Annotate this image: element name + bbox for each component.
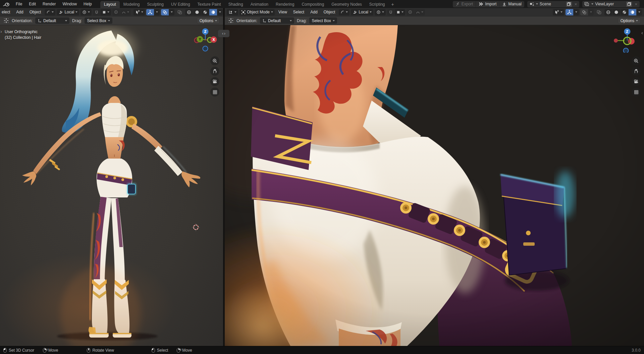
shading-wireframe-button[interactable]	[604, 9, 612, 15]
scene-name[interactable]: Scene	[540, 2, 565, 6]
object-visibility-dropdown[interactable]	[133, 9, 145, 15]
proportional-falloff-dropdown[interactable]	[120, 9, 131, 15]
remove-viewlayer-button[interactable]: ×	[634, 2, 638, 7]
menu-help[interactable]: Help	[80, 0, 95, 8]
menu-add[interactable]: Add	[14, 10, 25, 14]
snap-settings-dropdown[interactable]	[101, 9, 111, 15]
pivot-point-dropdown[interactable]	[80, 9, 92, 15]
shading-rendered-button[interactable]	[209, 9, 217, 15]
menu-object[interactable]: Object	[27, 10, 44, 14]
orthographic-toggle-button[interactable]	[210, 87, 219, 97]
transform-orientation-dropdown[interactable]: Local	[57, 9, 79, 15]
tool-drag-dropdown[interactable]: Select Box	[85, 17, 112, 24]
menu-select-cropped[interactable]: elect	[0, 10, 12, 14]
menu-window[interactable]: Window	[59, 0, 80, 8]
tool-orientation-dropdown[interactable]: Default	[260, 17, 294, 24]
tab-animation[interactable]: Animation	[247, 1, 272, 8]
navigation-gizmo[interactable]: Z Y X	[193, 27, 218, 53]
shading-settings-dropdown[interactable]	[637, 9, 642, 15]
tab-sculpting[interactable]: Sculpting	[144, 1, 167, 8]
tab-compositing[interactable]: Compositing	[298, 1, 328, 8]
menu-object[interactable]: Object	[321, 10, 338, 14]
tab-uv-editing[interactable]: UV Editing	[167, 1, 194, 8]
viewlayer-name[interactable]: ViewLayer	[595, 2, 625, 6]
shading-material-button[interactable]	[621, 9, 628, 15]
zoom-button[interactable]	[632, 56, 641, 65]
export-button[interactable]: Export	[453, 1, 476, 7]
shading-settings-dropdown[interactable]	[217, 9, 223, 15]
snap-toggle[interactable]	[93, 9, 100, 15]
camera-view-button[interactable]	[210, 77, 219, 86]
transform-orientation-dropdown[interactable]: Local	[351, 9, 373, 15]
xray-toggle[interactable]	[176, 9, 184, 15]
tool-drag-dropdown[interactable]: Select Box	[309, 17, 337, 24]
show-gizmo-toggle[interactable]	[566, 9, 573, 15]
camera-view-button[interactable]	[632, 77, 641, 86]
object-visibility-dropdown[interactable]	[553, 9, 564, 15]
menu-add[interactable]: Add	[308, 10, 320, 14]
tab-texture-paint[interactable]: Texture Paint	[194, 1, 225, 8]
snap-settings-dropdown[interactable]	[395, 9, 405, 15]
navigation-gizmo[interactable]: Z	[614, 27, 639, 53]
zoom-button[interactable]	[210, 56, 219, 65]
options-dropdown[interactable]: Options	[618, 17, 641, 24]
viewport-right-canvas[interactable]: Z ‹	[225, 25, 644, 346]
blender-logo-icon[interactable]	[2, 1, 11, 7]
tab-modeling[interactable]: Modeling	[120, 1, 144, 8]
tool-orientation-dropdown[interactable]: Default	[35, 17, 69, 24]
show-overlays-toggle[interactable]	[580, 9, 588, 15]
proportional-editing-toggle[interactable]	[407, 9, 414, 15]
viewlayer-selector[interactable]: ViewLayer ×	[582, 1, 640, 7]
svg-text:Z: Z	[626, 30, 628, 34]
proportional-editing-toggle[interactable]	[112, 9, 120, 15]
show-overlays-toggle[interactable]	[161, 9, 169, 15]
proportional-falloff-dropdown[interactable]	[414, 9, 425, 15]
pan-button[interactable]	[210, 67, 219, 76]
snap-toggle[interactable]	[387, 9, 394, 15]
new-viewlayer-button[interactable]	[626, 2, 632, 7]
sidebar-expand-arrow[interactable]: ‹	[641, 30, 643, 36]
options-dropdown[interactable]: Options	[197, 17, 220, 24]
add-workspace-button[interactable]: +	[389, 1, 397, 8]
area-divider[interactable]: ‹›	[223, 8, 225, 346]
gizmo-settings-dropdown[interactable]	[574, 9, 579, 15]
menu-edit[interactable]: Edit	[26, 0, 39, 8]
pan-button[interactable]	[632, 67, 641, 76]
xray-toggle[interactable]	[595, 9, 603, 15]
tab-shading[interactable]: Shading	[225, 1, 247, 8]
scene-selector[interactable]: Scene ×	[527, 1, 580, 7]
show-gizmo-toggle[interactable]	[146, 9, 154, 15]
falloff-dropdown[interactable]	[45, 9, 55, 15]
tab-scripting[interactable]: Scripting	[366, 1, 389, 8]
toolbar-expand-arrow[interactable]: ›	[0, 28, 2, 34]
overlays-settings-dropdown[interactable]	[588, 9, 594, 15]
snap-increment-icon	[102, 10, 106, 14]
unlink-scene-button[interactable]: ×	[574, 2, 578, 7]
viewport-left-canvas[interactable]: User Orthographic (32) Collection | Hair…	[0, 25, 223, 346]
manual-button[interactable]: Manual	[499, 1, 524, 7]
falloff-dropdown[interactable]	[339, 9, 350, 15]
new-scene-button[interactable]	[566, 2, 572, 7]
tab-geometry-nodes[interactable]: Geometry Nodes	[328, 1, 366, 8]
editor-type-dropdown[interactable]	[227, 9, 238, 15]
mode-dropdown[interactable]: Object Mode	[239, 9, 275, 15]
shading-solid-button[interactable]	[193, 9, 201, 15]
orthographic-toggle-button[interactable]	[632, 87, 641, 97]
overlays-settings-dropdown[interactable]	[169, 9, 174, 15]
menu-render[interactable]: Render	[40, 0, 59, 8]
area-resize-handle[interactable]: ‹›	[218, 30, 229, 37]
shading-solid-button[interactable]	[612, 9, 620, 15]
menu-view[interactable]: View	[276, 10, 289, 14]
menu-select[interactable]: Select	[291, 10, 307, 14]
gizmo-settings-dropdown[interactable]	[154, 9, 160, 15]
menu-file[interactable]: File	[13, 0, 25, 8]
shading-wireframe-button[interactable]	[185, 9, 193, 15]
export-import-manual-group: Export Import Manual	[453, 1, 524, 7]
scene-icon	[529, 2, 534, 6]
shading-material-button[interactable]	[201, 9, 209, 15]
import-button[interactable]: Import	[476, 1, 499, 7]
shading-rendered-button[interactable]	[629, 9, 636, 15]
pivot-point-dropdown[interactable]	[375, 9, 386, 15]
tab-rendering[interactable]: Rendering	[272, 1, 298, 8]
tab-layout[interactable]: Layout	[100, 1, 120, 8]
